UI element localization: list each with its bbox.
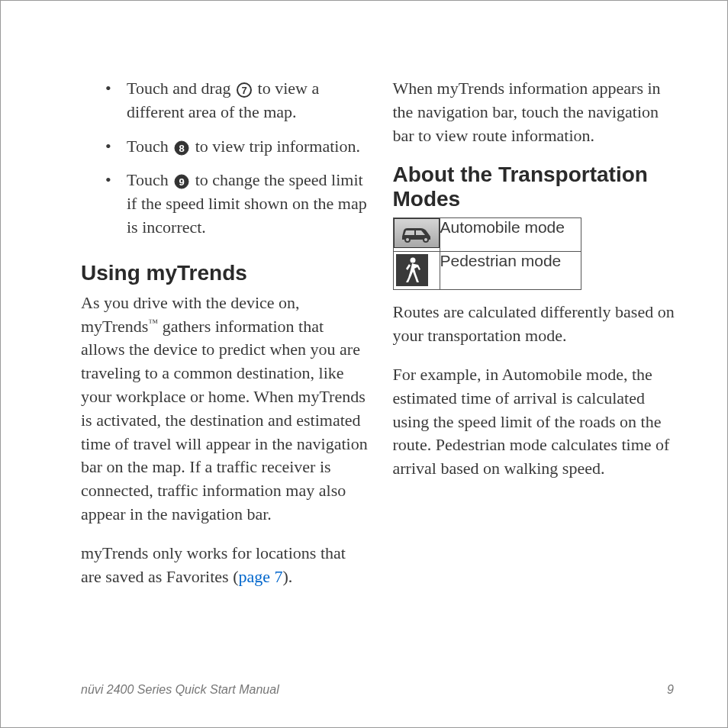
car-icon bbox=[394, 218, 440, 248]
svg-point-10 bbox=[410, 258, 415, 263]
pedestrian-label: Pedestrian mode bbox=[440, 252, 581, 290]
bullet-item-8: Touch 8 to view trip information. bbox=[81, 135, 370, 159]
bullet-item-7: Touch and drag 7 to view a different are… bbox=[81, 77, 370, 124]
footer-title: nüvi 2400 Series Quick Start Manual bbox=[81, 683, 279, 697]
bullet-list: Touch and drag 7 to view a different are… bbox=[81, 77, 370, 240]
mytrends-paragraph-2: myTrends only works for locations that a… bbox=[81, 542, 370, 589]
circled-7-icon: 7 bbox=[237, 82, 252, 98]
left-column: Touch and drag 7 to view a different are… bbox=[81, 77, 370, 604]
bullet-item-9: Touch 9 to change the speed limit if the… bbox=[81, 169, 370, 239]
automobile-icon-cell bbox=[393, 218, 440, 252]
svg-point-9 bbox=[424, 238, 427, 241]
svg-point-7 bbox=[406, 238, 409, 241]
bullet-text-pre: Touch bbox=[127, 137, 172, 156]
svg-text:9: 9 bbox=[179, 176, 185, 188]
footer: nüvi 2400 Series Quick Start Manual 9 bbox=[81, 683, 674, 697]
page-number: 9 bbox=[667, 683, 674, 697]
circled-9-icon: 9 bbox=[174, 174, 189, 189]
automobile-label: Automobile mode bbox=[440, 218, 581, 252]
right-column: When myTrends information appears in the… bbox=[393, 77, 682, 604]
page-7-link[interactable]: page 7 bbox=[238, 567, 282, 586]
heading-using-mytrends: Using myTrends bbox=[81, 261, 370, 285]
bullet-text-pre: Touch and drag bbox=[127, 79, 235, 98]
pedestrian-icon-cell bbox=[393, 252, 440, 290]
mytrends-paragraph-1: As you drive with the device on, myTrend… bbox=[81, 292, 370, 527]
para-post: gathers information that allows the devi… bbox=[81, 317, 368, 523]
page-content: Touch and drag 7 to view a different are… bbox=[1, 1, 727, 604]
table-row-pedestrian: Pedestrian mode bbox=[393, 252, 581, 290]
table-row-automobile: Automobile mode bbox=[393, 218, 581, 252]
svg-text:8: 8 bbox=[179, 143, 185, 154]
mytrends-info-paragraph: When myTrends information appears in the… bbox=[393, 77, 682, 147]
routes-paragraph: Routes are calculated differently based … bbox=[393, 301, 682, 348]
para-post: ). bbox=[283, 567, 293, 586]
trademark-symbol: ™ bbox=[148, 316, 158, 327]
svg-text:7: 7 bbox=[241, 85, 246, 96]
pedestrian-icon bbox=[396, 254, 428, 286]
modes-table: Automobile mode Pedestrian mode bbox=[393, 217, 581, 290]
bullet-text-post: to view trip information. bbox=[191, 137, 360, 156]
bullet-text-pre: Touch bbox=[127, 170, 172, 189]
example-paragraph: For example, in Automobile mode, the est… bbox=[393, 363, 682, 481]
heading-transportation-modes: About the Transportation Modes bbox=[393, 163, 682, 211]
para-pre: myTrends only works for locations that a… bbox=[81, 543, 346, 586]
circled-8-icon: 8 bbox=[174, 140, 189, 156]
